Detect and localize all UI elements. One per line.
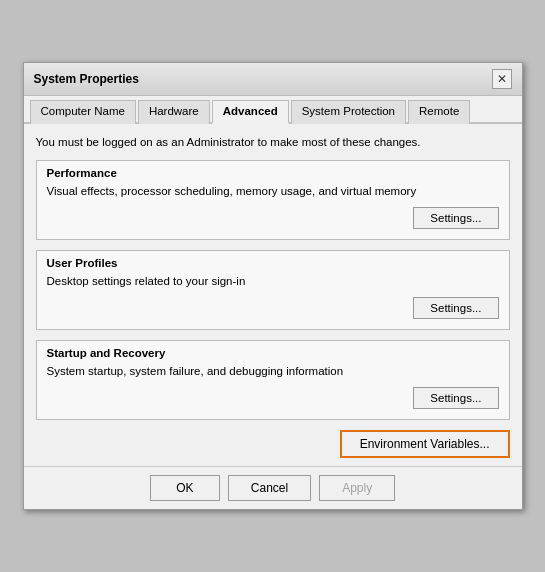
- title-bar: System Properties ✕: [24, 63, 522, 96]
- window-title: System Properties: [34, 72, 139, 86]
- startup-recovery-btn-row: Settings...: [47, 387, 499, 409]
- tab-system-protection[interactable]: System Protection: [291, 100, 406, 124]
- startup-recovery-section: Startup and Recovery System startup, sys…: [36, 340, 510, 420]
- performance-btn-row: Settings...: [47, 207, 499, 229]
- performance-desc: Visual effects, processor scheduling, me…: [47, 183, 499, 199]
- tab-bar: Computer Name Hardware Advanced System P…: [24, 96, 522, 124]
- startup-recovery-settings-button[interactable]: Settings...: [413, 387, 498, 409]
- performance-title: Performance: [47, 167, 499, 179]
- environment-variables-button[interactable]: Environment Variables...: [340, 430, 510, 458]
- tab-content: You must be logged on as an Administrato…: [24, 124, 522, 466]
- performance-settings-button[interactable]: Settings...: [413, 207, 498, 229]
- startup-recovery-desc: System startup, system failure, and debu…: [47, 363, 499, 379]
- user-profiles-title: User Profiles: [47, 257, 499, 269]
- user-profiles-section: User Profiles Desktop settings related t…: [36, 250, 510, 330]
- user-profiles-desc: Desktop settings related to your sign-in: [47, 273, 499, 289]
- performance-section: Performance Visual effects, processor sc…: [36, 160, 510, 240]
- close-button[interactable]: ✕: [492, 69, 512, 89]
- env-variables-row: Environment Variables...: [36, 430, 510, 458]
- apply-button[interactable]: Apply: [319, 475, 395, 501]
- user-profiles-btn-row: Settings...: [47, 297, 499, 319]
- tab-advanced[interactable]: Advanced: [212, 100, 289, 124]
- tab-remote[interactable]: Remote: [408, 100, 470, 124]
- user-profiles-settings-button[interactable]: Settings...: [413, 297, 498, 319]
- tab-hardware[interactable]: Hardware: [138, 100, 210, 124]
- admin-note: You must be logged on as an Administrato…: [36, 134, 510, 150]
- system-properties-window: System Properties ✕ Computer Name Hardwa…: [23, 62, 523, 510]
- tab-computer-name[interactable]: Computer Name: [30, 100, 136, 124]
- footer: OK Cancel Apply: [24, 466, 522, 509]
- startup-recovery-title: Startup and Recovery: [47, 347, 499, 359]
- ok-button[interactable]: OK: [150, 475, 220, 501]
- cancel-button[interactable]: Cancel: [228, 475, 311, 501]
